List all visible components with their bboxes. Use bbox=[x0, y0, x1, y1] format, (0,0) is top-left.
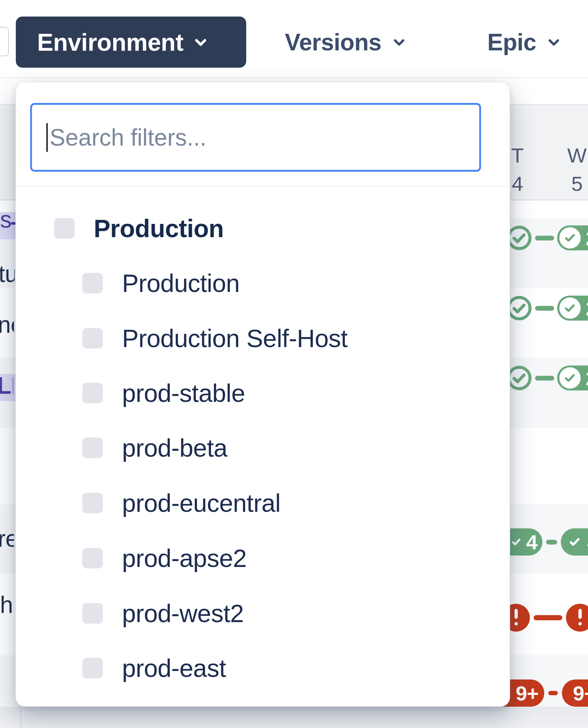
link-dash bbox=[535, 236, 554, 240]
row-fragment: LI bbox=[0, 372, 13, 399]
check-icon bbox=[510, 536, 523, 548]
badge-count: 9+ bbox=[573, 681, 588, 705]
versions-filter-button[interactable]: Versions bbox=[285, 17, 408, 68]
timeline-day-column-W5: W 5 bbox=[564, 141, 588, 198]
filter-option-label: prod-apse2 bbox=[122, 544, 247, 572]
checkbox[interactable] bbox=[82, 658, 103, 678]
checkbox[interactable] bbox=[82, 493, 103, 513]
error-icon bbox=[566, 604, 588, 632]
badge-count: 2 bbox=[586, 366, 588, 390]
dropdown-section-divider bbox=[16, 186, 509, 186]
page-bottom-band bbox=[0, 707, 588, 728]
filter-option-production-group[interactable]: Production bbox=[16, 201, 509, 256]
badge-count: 2 bbox=[586, 296, 588, 320]
row-fragment: ne bbox=[0, 311, 14, 338]
filter-option-label: prod-east bbox=[122, 654, 226, 682]
toolbar-divider bbox=[0, 77, 588, 78]
filter-option-label: prod-west2 bbox=[122, 599, 244, 628]
checkbox[interactable] bbox=[82, 273, 103, 293]
checkbox[interactable] bbox=[54, 218, 75, 239]
timeline-status-row[interactable] bbox=[502, 604, 588, 632]
timeline-status-row[interactable]: 2 bbox=[506, 365, 588, 391]
filter-option-production[interactable]: Production bbox=[16, 256, 509, 311]
filter-option-label: Production bbox=[122, 269, 240, 297]
check-circle-icon bbox=[559, 367, 581, 389]
row-fragment: re bbox=[0, 525, 14, 552]
success-badge-pill: 2 bbox=[557, 225, 588, 250]
filter-option-label: Production Self-Host bbox=[122, 324, 348, 353]
success-badge-pill: 2 bbox=[557, 296, 588, 321]
day-letter: W bbox=[564, 141, 588, 169]
epic-filter-label: Epic bbox=[487, 29, 536, 56]
row-fragment: s bbox=[0, 206, 16, 233]
filter-option-label: prod-stable bbox=[122, 379, 245, 407]
link-dash bbox=[548, 691, 558, 695]
filter-option-prod-east[interactable]: prod-east bbox=[16, 640, 509, 696]
badge-count: 4 bbox=[526, 530, 537, 554]
environment-filter-label: Environment bbox=[37, 28, 183, 56]
filter-option-label: prod-beta bbox=[122, 433, 227, 462]
row-fragment: h bbox=[0, 591, 16, 618]
checkbox[interactable] bbox=[82, 438, 103, 458]
row-fragment: tu bbox=[0, 260, 15, 288]
chevron-down-icon bbox=[191, 33, 210, 51]
filter-option-label: Production bbox=[94, 214, 224, 243]
checkbox[interactable] bbox=[82, 548, 103, 568]
filter-option-prod-stable[interactable]: prod-stable bbox=[16, 365, 509, 421]
search-filters-input[interactable] bbox=[30, 103, 481, 172]
check-circle-outline-icon bbox=[506, 225, 532, 251]
success-badge-pill: 2 bbox=[557, 365, 588, 390]
timeline-status-row[interactable]: 2 bbox=[506, 225, 588, 251]
day-number: 5 bbox=[564, 169, 588, 198]
overflow-badge-pill: 9+ bbox=[562, 679, 588, 707]
check-circle-outline-icon bbox=[506, 295, 532, 321]
chevron-down-icon bbox=[390, 33, 408, 51]
check-circle-outline-icon bbox=[506, 365, 532, 391]
epic-filter-button[interactable]: Epic bbox=[487, 17, 563, 68]
checkbox[interactable] bbox=[82, 383, 103, 403]
link-dash bbox=[535, 306, 554, 311]
checkbox[interactable] bbox=[82, 328, 103, 349]
check-circle-icon bbox=[559, 297, 581, 319]
check-icon bbox=[567, 535, 582, 549]
checkbox[interactable] bbox=[82, 603, 103, 624]
timeline-status-row[interactable]: 2 bbox=[506, 295, 588, 321]
filter-option-prod-eucentral[interactable]: prod-eucentral bbox=[16, 475, 509, 531]
badge-count: 9+ bbox=[516, 681, 538, 705]
chevron-down-icon bbox=[545, 33, 563, 51]
link-dash bbox=[534, 615, 562, 620]
environment-filter-dropdown: Production Production Production Self-Ho… bbox=[15, 82, 510, 707]
text-caret bbox=[46, 123, 48, 152]
environment-filter-button[interactable]: Environment bbox=[16, 17, 246, 68]
success-count-pill: 4 bbox=[561, 528, 588, 556]
filter-option-prod-west2[interactable]: prod-west2 bbox=[16, 586, 509, 641]
filter-option-production-self-host[interactable]: Production Self-Host bbox=[16, 311, 509, 366]
link-dash bbox=[546, 540, 557, 545]
filter-option-label: prod-eucentral bbox=[122, 489, 280, 517]
check-circle-icon bbox=[559, 227, 581, 249]
badge-count: 2 bbox=[586, 226, 588, 250]
versions-filter-label: Versions bbox=[285, 29, 381, 56]
search-field-wrap bbox=[30, 103, 481, 172]
filter-option-prod-apse2[interactable]: prod-apse2 bbox=[16, 531, 509, 586]
link-dash bbox=[535, 376, 554, 381]
column-border-fragment bbox=[21, 707, 21, 728]
filter-option-prod-beta[interactable]: prod-beta bbox=[16, 420, 509, 475]
cropped-toolbar-button[interactable] bbox=[0, 27, 9, 56]
